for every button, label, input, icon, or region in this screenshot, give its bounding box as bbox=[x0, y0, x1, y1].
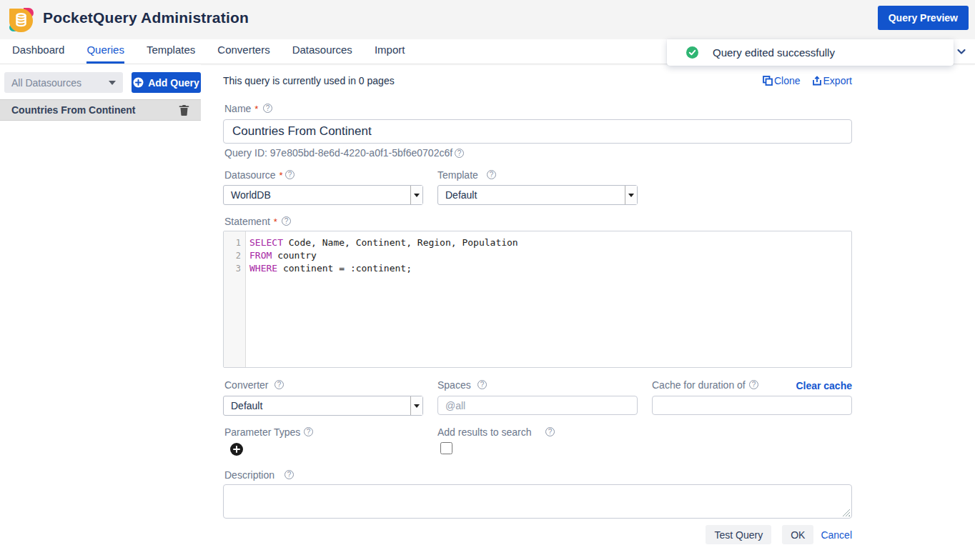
select-arrow-icon bbox=[625, 186, 637, 204]
query-actions-links: Clone Export bbox=[763, 75, 852, 86]
nav-tab-datasources[interactable]: Datasources bbox=[292, 39, 352, 64]
clone-icon bbox=[763, 76, 773, 86]
pocketquery-logo-icon bbox=[9, 7, 34, 33]
nav-tab-converters[interactable]: Converters bbox=[217, 39, 269, 64]
name-input[interactable] bbox=[223, 119, 852, 144]
line-number: 1 bbox=[224, 236, 245, 249]
toast-message: Query edited successfully bbox=[713, 46, 835, 59]
export-icon bbox=[812, 76, 822, 86]
query-id-help-icon[interactable] bbox=[455, 149, 464, 158]
export-label: Export bbox=[823, 75, 852, 86]
query-preview-button[interactable]: Query Preview bbox=[878, 6, 969, 30]
nav-tab-templates[interactable]: Templates bbox=[147, 39, 195, 64]
template-select-value: Default bbox=[438, 189, 625, 201]
template-label: Template bbox=[437, 169, 478, 181]
parameter-types-label: Parameter Types bbox=[224, 426, 300, 438]
query-item-name: Countries From Continent bbox=[11, 104, 179, 116]
sql-statement-editor[interactable]: 1 2 3 SELECT Code, Name, Continent, Regi… bbox=[223, 231, 852, 368]
add-results-label: Add results to search bbox=[437, 426, 532, 438]
template-help-icon[interactable] bbox=[487, 170, 496, 179]
datasource-help-icon[interactable] bbox=[285, 170, 295, 179]
add-query-button[interactable]: Add Query bbox=[132, 72, 201, 93]
datasource-select-value: WorldDB bbox=[224, 189, 410, 201]
query-list-item[interactable]: Countries From Continent bbox=[0, 99, 201, 121]
ok-button[interactable]: OK bbox=[782, 525, 813, 544]
cache-duration-input[interactable] bbox=[652, 396, 852, 415]
query-list-sidebar: All Datasources Add Query Countries From… bbox=[0, 64, 201, 560]
statement-label: Statement bbox=[224, 216, 277, 227]
spaces-input[interactable] bbox=[437, 396, 638, 415]
add-query-label: Add Query bbox=[148, 77, 199, 89]
description-textarea[interactable] bbox=[223, 484, 852, 519]
nav-tab-dashboard[interactable]: Dashboard bbox=[12, 39, 64, 64]
success-toast: Query edited successfully bbox=[667, 39, 954, 66]
name-label: Name bbox=[224, 103, 258, 114]
datasource-select[interactable]: WorldDB bbox=[223, 185, 423, 205]
add-results-checkbox[interactable] bbox=[440, 442, 452, 454]
datasource-filter-select[interactable]: All Datasources bbox=[4, 72, 123, 93]
select-arrow-icon bbox=[410, 396, 422, 415]
plus-circle-icon bbox=[133, 77, 144, 88]
description-label: Description bbox=[224, 469, 274, 481]
test-query-button[interactable]: Test Query bbox=[706, 525, 771, 544]
converter-select-value: Default bbox=[224, 400, 410, 411]
datasource-filter-value: All Datasources bbox=[11, 77, 109, 89]
line-number: 2 bbox=[224, 249, 245, 262]
caret-down-icon bbox=[109, 81, 116, 85]
query-id-text: Query ID: 97e805bd-8e6d-4220-a0f1-5bf6e0… bbox=[224, 147, 464, 159]
editor-line-numbers: 1 2 3 bbox=[224, 231, 246, 367]
datasource-label: Datasource bbox=[224, 169, 283, 181]
plus-icon bbox=[233, 446, 240, 453]
success-check-icon bbox=[686, 46, 698, 59]
nav-tab-import[interactable]: Import bbox=[375, 39, 405, 64]
statement-help-icon[interactable] bbox=[282, 216, 291, 226]
select-arrow-icon bbox=[410, 186, 422, 204]
sidebar-controls: All Datasources Add Query bbox=[0, 72, 201, 93]
converter-select[interactable]: Default bbox=[223, 396, 423, 416]
database-icon bbox=[15, 13, 27, 27]
template-select[interactable]: Default bbox=[437, 185, 638, 205]
clone-label: Clone bbox=[774, 75, 801, 86]
top-header: PocketQuery Administration Query Preview bbox=[0, 0, 975, 39]
editor-code[interactable]: SELECT Code, Name, Continent, Region, Po… bbox=[246, 231, 851, 367]
description-help-icon[interactable] bbox=[284, 470, 294, 479]
cancel-link[interactable]: Cancel bbox=[821, 529, 852, 541]
code-line: WHERE continent = :continent; bbox=[249, 262, 851, 275]
converter-help-icon[interactable] bbox=[274, 380, 284, 389]
converter-label: Converter bbox=[224, 379, 268, 391]
page-title: PocketQuery Administration bbox=[43, 9, 249, 26]
add-parameter-button[interactable] bbox=[230, 443, 243, 456]
chevron-down-icon[interactable] bbox=[956, 46, 966, 56]
clear-cache-link[interactable]: Clear cache bbox=[652, 380, 852, 391]
spaces-label: Spaces bbox=[437, 379, 471, 391]
code-line: FROM country bbox=[249, 249, 851, 262]
query-edit-form: This query is currently used in 0 pages … bbox=[223, 64, 852, 560]
clone-link[interactable]: Clone bbox=[763, 75, 801, 86]
pocketquery-admin-page: PocketQuery Administration Query Preview… bbox=[0, 0, 975, 560]
export-link[interactable]: Export bbox=[812, 75, 852, 86]
delete-query-trash-icon[interactable] bbox=[179, 104, 189, 116]
add-results-help-icon[interactable] bbox=[545, 427, 555, 436]
name-help-icon[interactable] bbox=[263, 104, 272, 113]
form-actions: Test Query OK Cancel bbox=[223, 525, 852, 544]
usage-text: This query is currently used in 0 pages bbox=[223, 75, 395, 86]
code-line: SELECT Code, Name, Continent, Region, Po… bbox=[249, 236, 851, 249]
spaces-help-icon[interactable] bbox=[477, 380, 487, 389]
usage-row: This query is currently used in 0 pages … bbox=[223, 75, 852, 86]
parameter-types-help-icon[interactable] bbox=[304, 427, 313, 436]
nav-tab-queries[interactable]: Queries bbox=[86, 39, 124, 64]
line-number: 3 bbox=[224, 262, 245, 275]
